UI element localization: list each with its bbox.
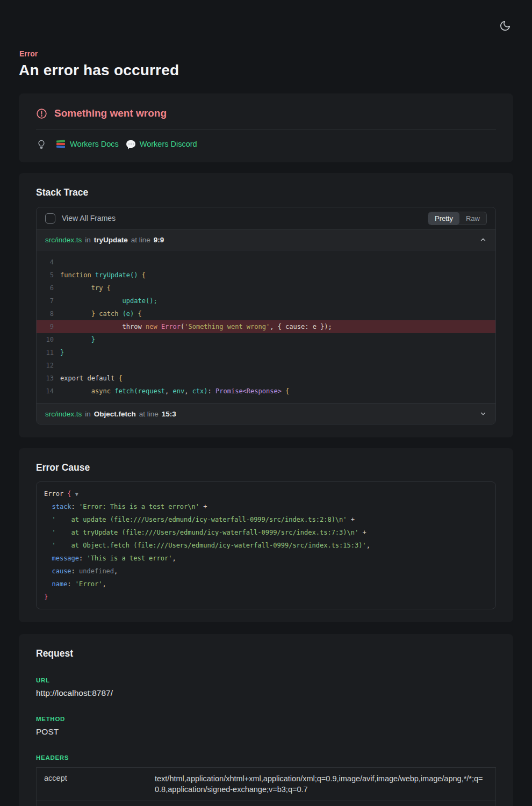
moon-icon bbox=[499, 20, 511, 32]
line-code: } bbox=[60, 333, 95, 346]
error-cause-heading: Error Cause bbox=[36, 462, 496, 473]
code-line-highlighted: 9 throw new Error('Something went wrong'… bbox=[37, 320, 495, 333]
line-code: export default { bbox=[60, 372, 123, 385]
view-all-frames-checkbox[interactable] bbox=[45, 213, 55, 224]
stack-trace-heading: Stack Trace bbox=[36, 187, 496, 198]
header-row: accept-encodingbr, gzip bbox=[37, 801, 496, 806]
stack-frame-header-1[interactable]: src/index.ts in tryUpdate at line 9:9 bbox=[37, 229, 495, 250]
page-title: An error has occurred bbox=[19, 62, 513, 79]
error-cause-line: } bbox=[44, 591, 488, 603]
error-kicker: Error bbox=[19, 49, 513, 58]
frame-file: src/index.ts bbox=[45, 410, 82, 418]
code-block: 45function tryUpdate() {6 try {7 update(… bbox=[37, 250, 495, 403]
frame-file: src/index.ts bbox=[45, 236, 82, 244]
code-line: 6 try { bbox=[37, 282, 495, 294]
pretty-button[interactable]: Pretty bbox=[428, 212, 459, 225]
line-code: function tryUpdate() { bbox=[60, 269, 146, 282]
line-number: 11 bbox=[37, 346, 60, 359]
error-cause-line: ' at update (file:///Users/edmund/icy-wa… bbox=[44, 513, 488, 526]
line-code: } catch (e) { bbox=[60, 307, 142, 320]
error-cause-panel: Error { ▼ stack: 'Error: This is a test … bbox=[36, 481, 496, 609]
line-number: 9 bbox=[37, 320, 60, 333]
frame-at-label: at line bbox=[131, 236, 150, 244]
code-line: 4 bbox=[37, 256, 495, 269]
headers-label: HEADERS bbox=[36, 754, 496, 761]
url-value: http://localhost:8787/ bbox=[36, 688, 496, 698]
frame-function: Object.fetch bbox=[94, 410, 136, 418]
header-value: br, gzip bbox=[147, 801, 496, 806]
speech-bubble-icon bbox=[126, 140, 135, 148]
code-line: 10 } bbox=[37, 333, 495, 346]
divider bbox=[36, 129, 496, 129]
url-label: URL bbox=[36, 677, 496, 683]
line-code: throw new Error('Something went wrong', … bbox=[60, 320, 332, 333]
stack-frame-header-2[interactable]: src/index.ts in Object.fetch at line 15:… bbox=[37, 403, 495, 424]
pretty-raw-toggle: Pretty Raw bbox=[428, 212, 487, 225]
code-line: 12 bbox=[37, 359, 495, 372]
stack-trace-panel: View All Frames Pretty Raw src/index.ts … bbox=[36, 207, 496, 424]
books-icon bbox=[56, 140, 66, 148]
code-line: 5function tryUpdate() { bbox=[37, 269, 495, 282]
frame-line: 9:9 bbox=[154, 236, 164, 244]
line-number: 10 bbox=[37, 333, 60, 346]
workers-docs-label: Workers Docs bbox=[70, 140, 119, 148]
theme-toggle-button[interactable] bbox=[498, 18, 513, 33]
line-number: 13 bbox=[37, 372, 60, 385]
alert-circle-icon bbox=[36, 108, 47, 119]
frame-line: 15:3 bbox=[162, 410, 176, 418]
frame-in-label: in bbox=[85, 236, 91, 244]
workers-docs-link[interactable]: Workers Docs bbox=[56, 140, 119, 148]
frame-function: tryUpdate bbox=[94, 236, 128, 244]
code-line: 14 async fetch(request, env, ctx): Promi… bbox=[37, 385, 495, 398]
alert-message: Something went wrong bbox=[54, 107, 167, 119]
error-cause-line: cause: undefined, bbox=[44, 565, 488, 578]
error-cause-line: name: 'Error', bbox=[44, 578, 488, 591]
line-number: 14 bbox=[37, 385, 60, 398]
alert-card: Something went wrong Workers Docs Worker… bbox=[19, 93, 513, 162]
header-row: accepttext/html,application/xhtml+xml,ap… bbox=[37, 768, 496, 801]
code-line: 11} bbox=[37, 346, 495, 359]
code-line: 8 } catch (e) { bbox=[37, 307, 495, 320]
error-cause-line: ' at Object.fetch (file:///Users/edmund/… bbox=[44, 539, 488, 552]
header-name: accept bbox=[37, 768, 148, 801]
code-line: 7 update(); bbox=[37, 294, 495, 307]
line-code: async fetch(request, env, ctx): Promise<… bbox=[60, 385, 289, 398]
error-cause-line: Error { ▼ bbox=[44, 487, 488, 500]
code-line: 13export default { bbox=[37, 372, 495, 385]
line-number: 6 bbox=[37, 282, 60, 294]
error-cause-line: stack: 'Error: This is a test error\n' + bbox=[44, 500, 488, 513]
line-code: update(); bbox=[60, 294, 157, 307]
frame-in-label: in bbox=[85, 410, 91, 418]
error-cause-line: ' at tryUpdate (file:///Users/edmund/icy… bbox=[44, 526, 488, 539]
headers-table: accepttext/html,application/xhtml+xml,ap… bbox=[36, 767, 496, 806]
frame-at-label: at line bbox=[139, 410, 159, 418]
raw-button[interactable]: Raw bbox=[459, 212, 486, 225]
chevron-up-icon bbox=[479, 236, 487, 243]
line-code: try { bbox=[60, 282, 111, 294]
method-value: POST bbox=[36, 727, 496, 737]
line-number: 8 bbox=[37, 307, 60, 320]
header-value: text/html,application/xhtml+xml,applicat… bbox=[147, 768, 496, 801]
view-all-frames-control[interactable]: View All Frames bbox=[45, 213, 116, 224]
workers-discord-label: Workers Discord bbox=[140, 140, 197, 148]
request-card: Request URL http://localhost:8787/ METHO… bbox=[19, 634, 513, 806]
method-label: METHOD bbox=[36, 716, 496, 722]
lightbulb-icon bbox=[36, 139, 47, 149]
header-name: accept-encoding bbox=[37, 801, 148, 806]
stack-trace-toolbar: View All Frames Pretty Raw bbox=[37, 207, 495, 229]
chevron-down-icon bbox=[479, 410, 487, 418]
request-heading: Request bbox=[36, 648, 496, 659]
error-cause-line: message: 'This is a test error', bbox=[44, 552, 488, 565]
error-cause-card: Error Cause Error { ▼ stack: 'Error: Thi… bbox=[19, 448, 513, 622]
line-number: 4 bbox=[37, 256, 60, 269]
line-code: } bbox=[60, 346, 64, 359]
line-number: 12 bbox=[37, 359, 60, 372]
workers-discord-link[interactable]: Workers Discord bbox=[126, 140, 197, 148]
view-all-frames-label: View All Frames bbox=[62, 214, 116, 222]
line-number: 7 bbox=[37, 294, 60, 307]
error-page: Error An error has occurred Something we… bbox=[0, 0, 532, 806]
stack-trace-card: Stack Trace View All Frames Pretty Raw s… bbox=[19, 173, 513, 437]
line-number: 5 bbox=[37, 269, 60, 282]
